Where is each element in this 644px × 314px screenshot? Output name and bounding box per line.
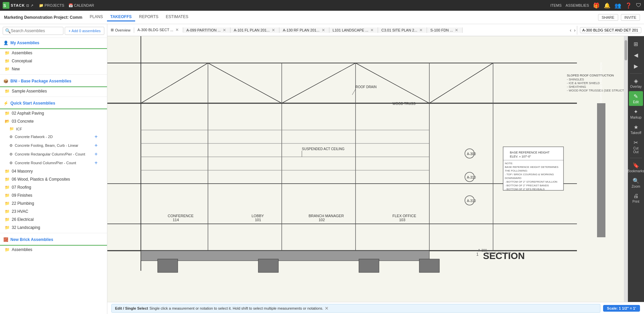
add-concrete-footing[interactable]: +	[95, 142, 98, 148]
bell-icon[interactable]: 🔔	[604, 2, 610, 9]
tab-estimates[interactable]: ESTIMATES	[162, 13, 192, 21]
nav-back-button[interactable]: ◀	[629, 50, 643, 60]
item-concrete-flatwork[interactable]: ⚙ Concrete Flatwork - 2D +	[0, 132, 107, 141]
zoom-button[interactable]: 🔍 Zoom	[629, 176, 643, 190]
cut-out-button[interactable]: ✂ Cut Out	[629, 137, 643, 156]
item-concrete-rect-col[interactable]: ⚙ Concrete Rectangular Column/Pier - Cou…	[0, 150, 107, 159]
nav-calendar[interactable]: 📅 CALENDAR	[67, 3, 96, 8]
tab-a099[interactable]: A-099 PARTITION ... ✕	[183, 27, 230, 33]
close-tab-c301[interactable]: ✕	[419, 28, 423, 33]
item-26-electrical[interactable]: 📁 26 Electrical	[0, 215, 107, 224]
tab-s100[interactable]: S-100 FDN ... ✕	[427, 27, 463, 33]
gift-icon[interactable]: 🎁	[593, 2, 600, 9]
close-tab-a101[interactable]: ✕	[271, 28, 276, 33]
blueprint-canvas[interactable]: CONFERENCE 114 LOBBY 101 BRANCH MANAGER …	[107, 36, 628, 302]
section-new-brick: 🧱 New Brick Assemblies 📁 Assemblies	[0, 235, 107, 254]
item-new[interactable]: 📁 New	[0, 65, 107, 73]
markup-button[interactable]: ✦ Markup	[629, 107, 643, 121]
section-my-assemblies-label: My Assemblies	[10, 41, 39, 45]
section-quick-start-label: Quick Start Assemblies	[10, 101, 55, 106]
help-icon[interactable]: ❓	[625, 2, 632, 9]
tab-l101[interactable]: L101 LANDSCAPE ... ✕	[329, 27, 378, 33]
svg-text:- SHEATHING: - SHEATHING	[567, 85, 586, 88]
item-09-finishes[interactable]: 📁 09 Finishes	[0, 191, 107, 199]
tab-reports[interactable]: REPORTS	[136, 13, 162, 21]
scroll-handle[interactable]	[624, 36, 628, 302]
app-logo[interactable]: S STACK ⊡ ↗	[3, 2, 34, 9]
item-assemblies-2[interactable]: 📁 Assemblies	[0, 246, 107, 254]
nav-projects[interactable]: 📁 PROJECTS	[38, 3, 66, 8]
add-concrete-round-col[interactable]: +	[95, 160, 98, 166]
scale-badge: Scale: 1 1/2" = 1'	[603, 305, 640, 312]
add-concrete-flatwork[interactable]: +	[95, 134, 98, 140]
svg-text:BASE REFERENCE HEIGHT DETERMIN: BASE REFERENCE HEIGHT DETERMINES	[505, 166, 558, 169]
close-tab-l101[interactable]: ✕	[370, 28, 374, 33]
search-box: 🔍	[3, 27, 63, 35]
takeoff-button[interactable]: ★ Takeoff	[629, 122, 643, 137]
item-concrete-round-col[interactable]: ⚙ Concrete Round Column/Pier - Count +	[0, 159, 107, 167]
item-22-plumbing[interactable]: 📁 22 Plumbing	[0, 199, 107, 207]
tab-takeoffs[interactable]: TAKEOFFS	[107, 13, 135, 21]
assemblies-link[interactable]: ASSEMBLIES	[566, 3, 589, 7]
item-sample-assemblies[interactable]: 📁 Sample Assemblies	[0, 87, 107, 95]
close-tab-a099[interactable]: ✕	[222, 28, 227, 33]
item-04-masonry[interactable]: 📁 04 Masonry	[0, 167, 107, 175]
item-07-roofing[interactable]: 📁 07 Roofing	[0, 183, 107, 191]
svg-text:BRANCH MANAGER: BRANCH MANAGER	[309, 214, 344, 218]
tab-next[interactable]: ›	[573, 26, 577, 34]
item-03-concrete[interactable]: 📂 03 Concrete	[0, 117, 107, 125]
add-assemblies-button[interactable]: + Add 0 assemblies	[65, 27, 104, 35]
svg-rect-33	[258, 259, 278, 272]
item-32-landscaping[interactable]: 📁 32 Landscaping	[0, 224, 107, 232]
item-icf[interactable]: 📁 ICF	[0, 125, 107, 132]
search-icon: 🔍	[5, 28, 11, 34]
tab-prev[interactable]: ‹	[569, 26, 573, 34]
section-bni-header[interactable]: 📦 BNi - Base Package Assemblies	[0, 76, 107, 86]
share-button[interactable]: SHARE	[598, 14, 618, 21]
close-tab-a300[interactable]: ✕	[175, 27, 179, 32]
overlay-button[interactable]: ◈ Overlay	[629, 76, 643, 90]
tab-search	[577, 26, 644, 35]
tab-a300[interactable]: A-300 BLDG SECT ... ✕	[134, 27, 183, 33]
item-23-hvac[interactable]: 📁 23 HVAC	[0, 207, 107, 215]
item-concrete-footing[interactable]: ⚙ Concrete Footing, Beam, Curb - Linear …	[0, 141, 107, 150]
layers-button[interactable]: ⊞	[629, 39, 643, 49]
close-tab-s100[interactable]: ✕	[454, 28, 459, 33]
tab-a130[interactable]: A-130 RF PLAN 201... ✕	[279, 27, 329, 33]
print-button[interactable]: 🖨 Print	[629, 191, 643, 205]
tab-plans[interactable]: PLANS	[86, 13, 106, 21]
section-new-brick-header[interactable]: 🧱 New Brick Assemblies	[0, 235, 107, 245]
tab-a101[interactable]: A-101 FL PLAN 201... ✕	[230, 27, 279, 33]
nav-forward-button[interactable]: ▶	[629, 61, 643, 71]
folder-icon: 📁	[9, 127, 14, 131]
folder-icon: 📁	[5, 111, 10, 116]
add-concrete-rect-col[interactable]: +	[95, 151, 98, 157]
status-close-button[interactable]: ✕	[325, 306, 329, 311]
tab-bar: ⊞ Overview A-300 BLDG SECT ... ✕ A-099 P…	[107, 24, 644, 36]
folder-icon: 📁	[5, 51, 10, 55]
search-input[interactable]	[11, 27, 61, 35]
item-conceptual[interactable]: 📁 Conceptual	[0, 57, 107, 65]
tab-overview[interactable]: ⊞ Overview	[107, 27, 134, 33]
section-my-assemblies-header[interactable]: 👤 My Assemblies	[0, 38, 107, 48]
edit-button[interactable]: ✎ Edit	[629, 91, 643, 106]
item-02-asphalt[interactable]: 📁 02 Asphalt Paving	[0, 109, 107, 117]
svg-text:A-300: A-300	[478, 249, 487, 252]
svg-text:ROOF DRAIN: ROOF DRAIN	[356, 85, 377, 89]
svg-text:102: 102	[319, 218, 325, 222]
section-quick-start-header[interactable]: ⚡ Quick Start Assemblies	[0, 98, 107, 109]
tab-c301[interactable]: C3.01 SITE PLAN 2... ✕	[378, 27, 427, 33]
users-icon[interactable]: 👥	[614, 2, 621, 9]
shield-icon[interactable]: 🛡	[636, 2, 641, 8]
section-my-assemblies: 👤 My Assemblies 📁 Assemblies 📁 Conceptua…	[0, 38, 107, 73]
item-06-wood[interactable]: 📁 06 Wood, Plastics & Composites	[0, 175, 107, 183]
tab-search-input[interactable]	[580, 27, 641, 33]
item-assemblies-1[interactable]: 📁 Assemblies	[0, 49, 107, 57]
section-new-brick-label: New Brick Assemblies	[10, 237, 53, 242]
edit-icon: ✎	[634, 93, 638, 100]
bookmarks-button[interactable]: 🔖 Bookmarks	[629, 160, 643, 175]
invite-button[interactable]: INVITE	[621, 14, 640, 21]
svg-text:NOTE:: NOTE:	[505, 162, 513, 165]
close-tab-a130[interactable]: ✕	[321, 28, 326, 33]
items-link[interactable]: ITEMS	[550, 3, 562, 7]
